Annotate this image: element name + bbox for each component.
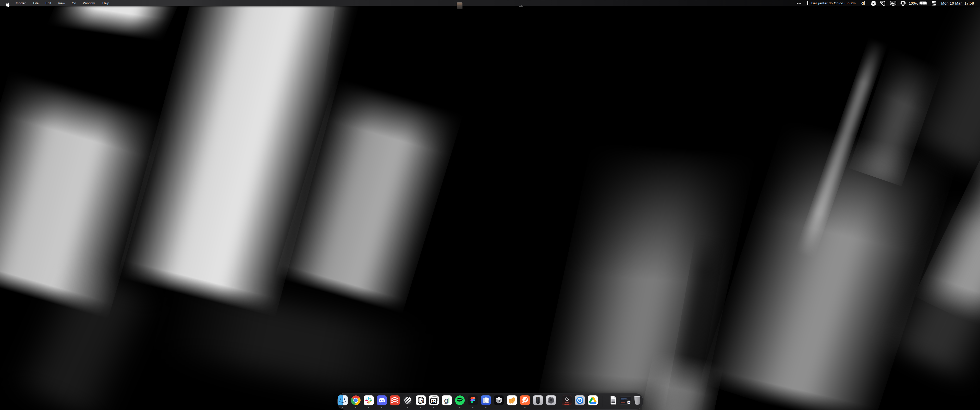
svg-text:raycast: raycast: [565, 402, 569, 404]
svg-text:g: g: [444, 397, 448, 404]
svg-text:10: 10: [431, 399, 435, 404]
svg-text:11: 11: [628, 402, 630, 404]
svg-text:N: N: [420, 399, 423, 404]
